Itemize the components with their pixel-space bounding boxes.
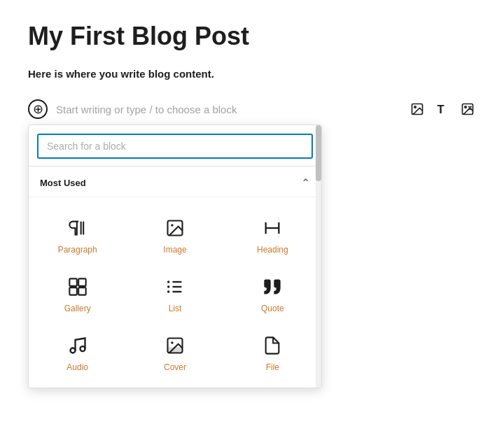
image-label: Image (163, 245, 186, 255)
block-picker: Most Used ⌃ Paragraph Image Heading (28, 125, 322, 388)
svg-point-21 (167, 281, 170, 283)
scrollbar-track (316, 125, 321, 388)
svg-rect-28 (167, 348, 182, 353)
blocks-grid: Paragraph Image Heading Gallery (29, 197, 321, 388)
svg-point-10 (171, 224, 174, 227)
svg-point-24 (70, 348, 75, 353)
paragraph-label: Paragraph (58, 245, 97, 255)
list-icon (162, 274, 188, 299)
media-text-block-icon[interactable] (459, 101, 476, 118)
svg-point-23 (167, 290, 170, 293)
block-item-image[interactable]: Image (126, 204, 223, 263)
svg-text:T: T (438, 103, 444, 115)
section-title: Most Used (40, 178, 86, 188)
block-item-cover[interactable]: Cover (126, 322, 223, 381)
svg-rect-14 (69, 279, 77, 287)
cover-label: Cover (164, 362, 186, 372)
audio-label: Audio (66, 362, 88, 372)
image-icon (162, 215, 188, 241)
file-icon (260, 333, 285, 358)
paragraph-icon (65, 215, 90, 241)
page-title: My First Blog Post (28, 21, 476, 51)
search-container (29, 125, 321, 166)
section-header: Most Used ⌃ (29, 166, 321, 197)
block-item-file[interactable]: File (224, 322, 321, 381)
svg-rect-15 (78, 279, 86, 287)
file-label: File (266, 362, 279, 372)
quote-icon (260, 274, 285, 299)
cover-icon (162, 333, 188, 358)
svg-point-4 (465, 106, 467, 108)
scrollbar-thumb (316, 125, 321, 181)
collapse-icon[interactable]: ⌃ (301, 176, 310, 190)
add-block-button[interactable]: ⊕ (28, 99, 48, 119)
text-block-icon[interactable]: T (434, 101, 451, 118)
gallery-icon (65, 274, 90, 299)
blog-content: Here is where you write blog content. (28, 68, 476, 80)
heading-icon (260, 215, 285, 241)
svg-point-25 (80, 346, 85, 351)
svg-point-27 (171, 341, 174, 344)
heading-label: Heading (257, 245, 288, 255)
quote-label: Quote (261, 304, 284, 313)
block-item-audio[interactable]: Audio (29, 322, 126, 381)
svg-rect-16 (69, 288, 77, 295)
toolbar-icons: T (409, 101, 476, 118)
image-block-icon[interactable] (409, 101, 426, 118)
search-input[interactable] (37, 134, 313, 159)
block-item-list[interactable]: List (126, 263, 223, 322)
block-inserter-row: ⊕ Start writing or type / to choose a bl… (28, 99, 476, 119)
svg-point-22 (167, 285, 170, 288)
gallery-label: Gallery (64, 304, 91, 313)
block-placeholder-text: Start writing or type / to choose a bloc… (56, 104, 409, 115)
block-item-quote[interactable]: Quote (224, 263, 321, 322)
block-item-paragraph[interactable]: Paragraph (29, 204, 126, 263)
list-label: List (169, 304, 182, 313)
block-item-heading[interactable]: Heading (224, 204, 321, 263)
block-item-gallery[interactable]: Gallery (29, 263, 126, 322)
svg-point-1 (414, 106, 416, 108)
audio-icon (65, 333, 90, 358)
svg-rect-17 (78, 288, 86, 295)
